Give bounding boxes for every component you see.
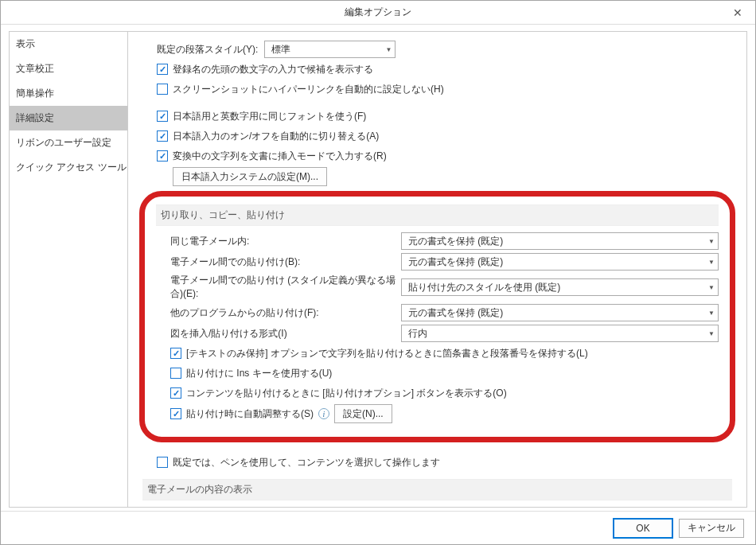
dialog-window: 編集オプション ✕ 表示 文章校正 簡単操作 詳細設定 リボンのユーザー設定 ク… (0, 0, 756, 545)
row-smart-paste: 貼り付け時に自動調整する(S) i 設定(N)... (170, 404, 719, 423)
label-keep-bullet: [テキストのみ保持] オプションで文字列を貼り付けるときに箇条書きと段落番号を保… (186, 347, 588, 360)
checkbox-smart-paste[interactable] (170, 408, 181, 419)
checkbox-ime-auto[interactable] (157, 130, 168, 142)
row-candidates[interactable]: 登録名の先頭の数文字の入力で候補を表示する (157, 60, 732, 78)
close-button[interactable]: ✕ (719, 1, 755, 25)
row-ins-key[interactable]: 貼り付けに Ins キーを使用する(U) (170, 364, 719, 382)
dropdown-same-email[interactable]: 元の書式を保持 (既定) ▼ (401, 232, 719, 250)
sidebar-item-advanced[interactable]: 詳細設定 (10, 106, 127, 130)
ok-button[interactable]: OK (614, 519, 672, 538)
checkbox-keep-bullet[interactable] (170, 348, 181, 359)
content-scroll[interactable]: 既定の段落スタイル(Y): 標準 ▼ 登録名の先頭の数文字の入力で候補を表示する… (128, 32, 746, 507)
sidebar-item-proofing[interactable]: 文章校正 (10, 56, 127, 81)
sidebar-item-quickaccess[interactable]: クイック アクセス ツール バー (10, 155, 127, 180)
row-paste-options-btn[interactable]: コンテンツを貼り付けるときに [貼り付けオプション] ボタンを表示する(O) (170, 384, 719, 402)
titlebar: 編集オプション ✕ (1, 1, 755, 25)
section-header-email-display: 電子メールの内容の表示 (142, 479, 732, 500)
checkbox-screenshot-hyperlink[interactable] (157, 84, 168, 95)
checkbox-candidates[interactable] (157, 64, 168, 75)
dropdown-image-insert[interactable]: 行内 ▼ (401, 325, 719, 342)
highlight-cut-copy-paste: 切り取り、コピー、貼り付け 同じ電子メール内: 元の書式を保持 (既定) ▼ 電… (139, 191, 735, 442)
dropdown-default-style[interactable]: 標準 ▼ (264, 41, 396, 58)
sidebar-item-ease[interactable]: 簡単操作 (10, 81, 127, 106)
checkbox-insert-mode[interactable] (157, 150, 168, 162)
checkbox-paste-options-btn[interactable] (170, 387, 181, 399)
row-default-style: 既定の段落スタイル(Y): 標準 ▼ (157, 41, 732, 58)
row-ime-auto[interactable]: 日本語入力のオン/オフを自動的に切り替える(A) (157, 127, 732, 145)
section-header-ccp: 切り取り、コピー、貼り付け (156, 204, 719, 226)
category-sidebar: 表示 文章校正 簡単操作 詳細設定 リボンのユーザー設定 クイック アクセス ツ… (9, 31, 128, 508)
checkbox-ins-key[interactable] (170, 368, 181, 379)
dropdown-between-email-style[interactable]: 貼り付け先のスタイルを使用 (既定) ▼ (401, 278, 719, 296)
sidebar-item-display[interactable]: 表示 (10, 32, 127, 56)
label-same-font: 日本語用と英数字用に同じフォントを使う(F) (173, 110, 366, 123)
info-icon[interactable]: i (318, 408, 329, 419)
label-insert-mode: 変換中の文字列を文書に挿入モードで入力する(R) (173, 150, 387, 163)
dropdown-other-program[interactable]: 元の書式を保持 (既定) ▼ (401, 304, 719, 321)
label-other-program: 他のプログラムからの貼り付け(F): (170, 306, 401, 320)
sidebar-item-ribbon[interactable]: リボンのユーザー設定 (10, 130, 127, 155)
label-paste-options-btn: コンテンツを貼り付けるときに [貼り付けオプション] ボタンを表示する(O) (186, 387, 507, 400)
checkbox-pen-select[interactable] (157, 457, 168, 468)
label-between-email: 電子メール間での貼り付け(B): (170, 255, 401, 269)
dialog-footer: OK キャンセル (1, 511, 755, 544)
chevron-down-icon: ▼ (708, 238, 715, 245)
cancel-button[interactable]: キャンセル (679, 519, 744, 538)
button-ime-settings[interactable]: 日本語入力システムの設定(M)... (173, 167, 327, 186)
label-smart-paste: 貼り付け時に自動調整する(S) (186, 407, 314, 421)
label-ins-key: 貼り付けに Ins キーを使用する(U) (186, 367, 332, 380)
close-icon: ✕ (733, 6, 742, 19)
chevron-down-icon: ▼ (385, 46, 392, 53)
content-pane: 既定の段落スタイル(Y): 標準 ▼ 登録名の先頭の数文字の入力で候補を表示する… (128, 31, 747, 508)
label-between-email-style: 電子メール間での貼り付け (スタイル定義が異なる場合)(E): (170, 274, 401, 301)
row-keep-bullet[interactable]: [テキストのみ保持] オプションで文字列を貼り付けるときに箇条書きと段落番号を保… (170, 345, 719, 362)
chevron-down-icon: ▼ (708, 309, 715, 317)
label-default-style: 既定の段落スタイル(Y): (157, 43, 258, 56)
checkbox-same-font[interactable] (157, 111, 168, 122)
label-candidates: 登録名の先頭の数文字の入力で候補を表示する (173, 63, 373, 76)
label-same-email: 同じ電子メール内: (170, 235, 401, 248)
window-title: 編集オプション (345, 6, 411, 19)
label-image-insert: 図を挿入/貼り付ける形式(I) (170, 327, 401, 341)
label-screenshot-hyperlink: スクリーンショットにハイパーリンクを自動的に設定しない(H) (173, 83, 444, 96)
label-pen-select: 既定では、ペンを使用して、コンテンツを選択して操作します (173, 456, 440, 469)
row-screenshot-hyperlink[interactable]: スクリーンショットにハイパーリンクを自動的に設定しない(H) (157, 80, 732, 98)
chevron-down-icon: ▼ (708, 259, 715, 266)
row-same-font[interactable]: 日本語用と英数字用に同じフォントを使う(F) (157, 107, 732, 125)
dropdown-between-email[interactable]: 元の書式を保持 (既定) ▼ (401, 253, 719, 271)
label-ime-auto: 日本語入力のオン/オフを自動的に切り替える(A) (173, 130, 379, 143)
chevron-down-icon: ▼ (708, 330, 715, 337)
chevron-down-icon: ▼ (708, 284, 715, 291)
row-pen-select[interactable]: 既定では、ペンを使用して、コンテンツを選択して操作します (157, 454, 732, 471)
button-paste-settings[interactable]: 設定(N)... (334, 404, 392, 423)
row-insert-mode[interactable]: 変換中の文字列を文書に挿入モードで入力する(R) (157, 147, 732, 165)
dialog-body: 表示 文章校正 簡単操作 詳細設定 リボンのユーザー設定 クイック アクセス ツ… (1, 25, 755, 511)
